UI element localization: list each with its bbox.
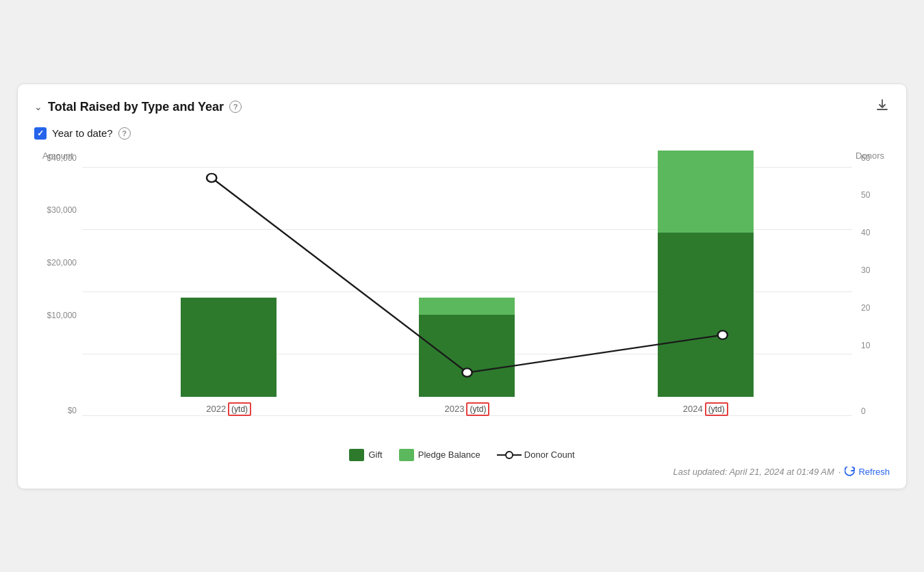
left-axis-labels: $40,000 $30,000 $20,000 $10,000 $0 — [34, 153, 82, 416]
svg-point-1 — [506, 452, 513, 458]
ytd-help-icon[interactable]: ? — [118, 127, 131, 140]
y-label-r10: 10 — [861, 341, 870, 378]
title-row: ⌄ Total Raised by Type and Year ? — [34, 100, 242, 114]
bar-stack-2023 — [419, 298, 515, 397]
year-2024: 2024 — [683, 404, 703, 414]
legend-donor-line-icon — [497, 449, 522, 461]
y-label-r40: 40 — [861, 228, 870, 265]
legend-gift-box — [349, 449, 364, 461]
ytd-badge-2022: (ytd) — [228, 402, 251, 416]
refresh-button[interactable]: Refresh — [845, 467, 890, 478]
gift-bar-2023 — [419, 315, 515, 397]
y-label-10k: $10,000 — [47, 311, 77, 363]
legend-pledge-label: Pledge Balance — [418, 450, 480, 460]
ytd-label: Year to date? — [52, 127, 113, 139]
legend-gift-label: Gift — [368, 450, 382, 460]
download-icon[interactable] — [875, 98, 890, 116]
title-help-icon[interactable]: ? — [229, 101, 242, 113]
card-header: ⌄ Total Raised by Type and Year ? — [34, 98, 890, 116]
bar-group-2024: 2024 (ytd) — [658, 151, 754, 416]
bar-stack-2024 — [658, 151, 754, 397]
ytd-badge-2023: (ytd) — [466, 402, 489, 416]
ytd-checkbox[interactable] — [34, 127, 47, 140]
chart-inner: 2022 (ytd) 2023 (ytd) — [82, 167, 852, 416]
y-label-40k: $40,000 — [47, 153, 77, 206]
bar-label-2023: 2023 (ytd) — [445, 402, 490, 416]
legend-donor: Donor Count — [497, 449, 575, 461]
chart-card: ⌄ Total Raised by Type and Year ? Year t… — [17, 83, 907, 489]
y-label-r0: 0 — [861, 378, 866, 416]
dot-separator: · — [838, 467, 841, 477]
year-2023: 2023 — [445, 404, 465, 414]
card-title: Total Raised by Type and Year — [48, 100, 224, 114]
y-label-r30: 30 — [861, 265, 870, 303]
collapse-icon[interactable]: ⌄ — [34, 101, 42, 112]
pledge-bar-2023 — [419, 298, 515, 315]
legend-pledge: Pledge Balance — [399, 449, 480, 461]
bar-label-2022: 2022 (ytd) — [206, 402, 251, 416]
y-label-20k: $20,000 — [47, 258, 77, 311]
y-label-0: $0 — [68, 363, 77, 416]
legend-donor-label: Donor Count — [524, 450, 575, 460]
refresh-icon — [845, 467, 856, 478]
refresh-label: Refresh — [858, 467, 890, 477]
legend-gift: Gift — [349, 449, 382, 461]
year-2022: 2022 — [206, 404, 226, 414]
ytd-badge-2024: (ytd) — [705, 402, 728, 416]
bar-stack-2022 — [181, 298, 277, 397]
bar-label-2024: 2024 (ytd) — [683, 402, 728, 416]
chart-area: Amount Donors $40,000 $30,000 $20,000 $1… — [34, 153, 890, 441]
y-label-r60: 60 — [861, 153, 870, 191]
chart-footer: Last updated: April 21, 2024 at 01:49 AM… — [34, 467, 890, 478]
bar-group-2022: 2022 (ytd) — [181, 298, 277, 416]
bars-container: 2022 (ytd) 2023 (ytd) — [82, 167, 852, 416]
y-label-r50: 50 — [861, 190, 870, 228]
chart-legend: Gift Pledge Balance Donor Count — [34, 449, 890, 461]
bar-group-2023: 2023 (ytd) — [419, 298, 515, 416]
legend-pledge-box — [399, 449, 414, 461]
pledge-bar-2024 — [658, 151, 754, 233]
y-label-30k: $30,000 — [47, 205, 77, 258]
filter-row: Year to date? ? — [34, 127, 890, 140]
y-label-r20: 20 — [861, 303, 870, 341]
gift-bar-2022 — [181, 298, 277, 397]
gift-bar-2024 — [658, 233, 754, 397]
right-axis-labels: 60 50 40 30 20 10 0 — [856, 153, 890, 416]
last-updated-text: Last updated: April 21, 2024 at 01:49 AM — [673, 467, 834, 477]
